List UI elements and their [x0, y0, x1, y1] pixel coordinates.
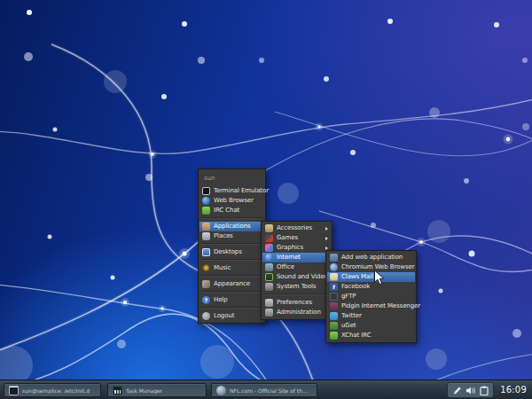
submenu-arrow-icon [325, 227, 328, 231]
taskbar-window-terminal[interactable]: sun@semplice: /etc/init.d [4, 383, 101, 397]
menu-item-irc-chat[interactable]: IRC Chat [200, 206, 264, 215]
administration-icon [265, 309, 273, 317]
menu-separator [201, 243, 262, 245]
menu-item-system-tools[interactable]: System Tools [262, 282, 331, 292]
menu-item-pidgin[interactable]: Pidgin Internet Messenger [327, 301, 415, 311]
menu-item-games[interactable]: Games [262, 233, 331, 243]
menu-item-music[interactable]: Music [200, 263, 264, 273]
music-icon [202, 264, 210, 272]
web-browser-icon [202, 197, 210, 205]
logout-icon [202, 312, 210, 320]
menu-item-chromium-web-browser[interactable]: Chromium Web Browser [327, 262, 415, 272]
facebook-icon: f [330, 283, 338, 291]
start-menu-username: sun [200, 171, 264, 186]
wallpaper-art [0, 0, 532, 399]
add-web-application-icon [330, 254, 338, 262]
menu-separator [264, 293, 329, 295]
taskbar-window-nfl-browser[interactable]: NFL.com - Official Site of th... [211, 383, 317, 397]
preferences-icon [265, 299, 273, 307]
taskbar-window-task-manager[interactable]: Task Manager [107, 383, 207, 397]
menu-item-help[interactable]: ? Help [200, 295, 264, 305]
desktop[interactable] [0, 0, 532, 399]
terminal-icon [202, 187, 210, 195]
menu-item-applications[interactable]: Applications [200, 222, 264, 231]
menu-item-preferences[interactable]: Preferences [262, 298, 331, 308]
menu-separator [201, 259, 262, 261]
xchat-icon [330, 332, 338, 340]
terminal-icon [9, 386, 19, 395]
submenu-arrow-icon [325, 237, 328, 240]
menu-item-uget[interactable]: uGet [327, 321, 415, 331]
menu-item-gftp[interactable]: gFTP [327, 292, 415, 301]
games-icon [265, 234, 273, 242]
accessories-icon [265, 224, 273, 232]
applications-icon [202, 223, 210, 231]
menu-item-facebook[interactable]: f Facebook [327, 282, 415, 292]
menu-separator [201, 217, 262, 219]
input-pen-icon[interactable] [451, 385, 463, 395]
volume-icon[interactable] [465, 385, 476, 395]
chromium-icon [330, 263, 338, 271]
menu-item-places[interactable]: Places [200, 231, 264, 241]
menu-item-administration[interactable]: Administration [262, 308, 331, 317]
help-icon: ? [202, 296, 210, 304]
applications-submenu: Accessories Games Graphics Internet Offi… [261, 221, 332, 320]
clock[interactable]: 16:09 [500, 385, 527, 395]
menu-item-graphics[interactable]: Graphics [262, 243, 331, 253]
office-icon [265, 263, 273, 271]
menu-item-add-web-application[interactable]: Add web application [327, 253, 415, 262]
sound-video-icon [265, 273, 273, 281]
irc-chat-icon [202, 207, 210, 215]
uget-icon [330, 322, 338, 330]
menu-item-desktops[interactable]: Desktops [200, 247, 264, 257]
taskbar: sun@semplice: /etc/init.d Task Manager N… [0, 379, 532, 399]
clipboard-icon[interactable] [478, 385, 489, 395]
menu-item-internet[interactable]: Internet [262, 253, 331, 262]
menu-item-xchat-irc[interactable]: XChat IRC [327, 331, 415, 340]
browser-icon [216, 386, 226, 395]
claws-mail-icon [330, 273, 338, 281]
menu-item-accessories[interactable]: Accessories [262, 223, 331, 233]
menu-item-logout[interactable]: Logout [200, 311, 264, 321]
menu-item-sound-and-video[interactable]: Sound and Video [262, 272, 331, 282]
twitter-icon [330, 312, 338, 320]
menu-separator [201, 275, 262, 277]
menu-separator [201, 291, 262, 293]
internet-icon [265, 254, 273, 262]
desktops-icon [202, 248, 210, 256]
menu-item-claws-mail[interactable]: Claws Mail [327, 272, 415, 282]
pidgin-icon [330, 302, 338, 310]
menu-item-appearance[interactable]: Appearance [200, 279, 264, 289]
screen: sun Terminal Emulator Web Browser IRC Ch… [0, 0, 532, 399]
graphics-icon [265, 244, 273, 252]
gftp-icon [330, 293, 338, 301]
menu-item-web-browser[interactable]: Web Browser [200, 196, 264, 206]
menu-item-office[interactable]: Office [262, 262, 331, 272]
start-menu: sun Terminal Emulator Web Browser IRC Ch… [198, 168, 266, 324]
appearance-icon [202, 280, 210, 288]
menu-item-terminal-emulator[interactable]: Terminal Emulator [200, 186, 264, 196]
submenu-arrow-icon [325, 246, 328, 250]
task-manager-icon [113, 386, 122, 395]
internet-submenu: Add web application Chromium Web Browser… [325, 250, 417, 343]
system-tray [447, 382, 494, 398]
places-icon [202, 232, 210, 240]
menu-separator [201, 307, 262, 309]
system-tools-icon [265, 283, 273, 291]
menu-item-twitter[interactable]: Twitter [327, 311, 415, 321]
